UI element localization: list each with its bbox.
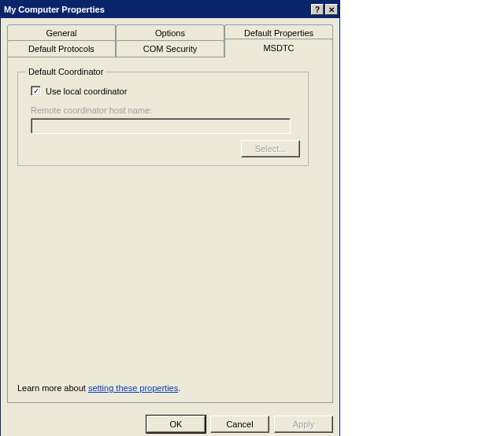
tab-com-security[interactable]: COM Security — [116, 40, 224, 57]
apply-button: Apply — [274, 416, 333, 433]
tabstrip: General Options Default Properties Defau… — [7, 24, 333, 57]
select-button-wrap: Select... — [26, 140, 300, 157]
tab-panel-msdtc: Default Coordinator ✓ Use local coordina… — [7, 57, 333, 403]
dialog-window: My Computer Properties ? ✕ General Optio… — [0, 0, 340, 436]
select-button-label: Select... — [255, 144, 287, 153]
cancel-button[interactable]: Cancel — [210, 416, 269, 433]
tab-options[interactable]: Options — [116, 24, 224, 41]
checkbox-row: ✓ Use local coordinator — [31, 86, 300, 96]
help-button[interactable]: ? — [311, 4, 324, 15]
tab-label: General — [46, 28, 76, 38]
ok-button-label: OK — [170, 419, 183, 429]
group-default-coordinator: Default Coordinator ✓ Use local coordina… — [17, 67, 309, 166]
tab-label: Options — [155, 28, 185, 38]
client-area: General Options Default Properties Defau… — [1, 18, 339, 409]
tab-label: MSDTC — [263, 43, 294, 53]
tab-label: Default Properties — [244, 28, 313, 38]
tab-general[interactable]: General — [7, 24, 116, 41]
tab-msdtc[interactable]: MSDTC — [224, 39, 333, 57]
learn-more-link[interactable]: setting these properties — [88, 383, 178, 393]
dialog-button-row: OK Cancel Apply — [1, 409, 339, 436]
tab-label: Default Protocols — [28, 44, 94, 54]
checkmark-icon: ✓ — [33, 87, 39, 95]
tab-default-protocols[interactable]: Default Protocols — [7, 40, 116, 57]
window-title: My Computer Properties — [4, 5, 105, 14]
help-icon: ? — [315, 6, 320, 14]
group-legend: Default Coordinator — [26, 67, 106, 76]
remote-host-input — [31, 118, 291, 134]
remote-host-label: Remote coordinator host name: — [31, 105, 300, 115]
learn-more-prefix: Learn more about — [17, 383, 88, 393]
titlebar[interactable]: My Computer Properties ? ✕ — [1, 1, 339, 18]
titlebar-buttons: ? ✕ — [311, 4, 338, 15]
ok-button[interactable]: OK — [146, 416, 206, 433]
tab-label: COM Security — [143, 44, 197, 54]
use-local-coordinator-checkbox[interactable]: ✓ — [31, 86, 41, 96]
cancel-button-label: Cancel — [226, 419, 253, 429]
apply-button-label: Apply — [293, 419, 315, 429]
select-button: Select... — [241, 140, 300, 157]
learn-more-line: Learn more about setting these propertie… — [17, 383, 180, 393]
learn-more-suffix: . — [178, 383, 180, 393]
tab-row-front: Default Protocols COM Security MSDTC — [7, 40, 333, 57]
close-button[interactable]: ✕ — [325, 4, 338, 15]
checkbox-label: Use local coordinator — [46, 87, 127, 96]
close-icon: ✕ — [328, 6, 335, 14]
